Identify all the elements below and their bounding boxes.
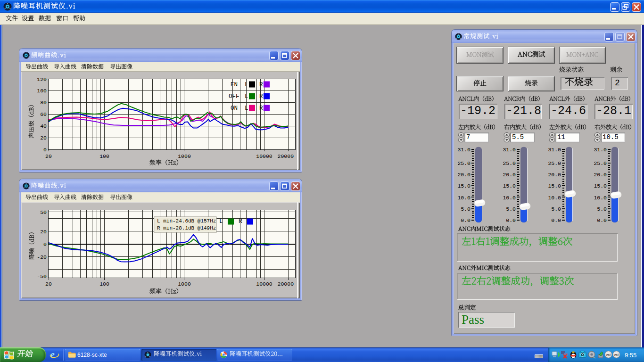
svg-text:L: L: [219, 218, 223, 225]
svg-text:100: 100: [99, 281, 109, 287]
svg-text:R: R: [259, 82, 263, 88]
svg-text:20: 20: [40, 135, 47, 141]
svg-text:L: L: [245, 82, 248, 88]
svg-text:R min-28.1dB @149Hz: R min-28.1dB @149Hz: [157, 225, 216, 231]
svg-text:5.0: 5.0: [461, 206, 471, 212]
svg-text:0.0: 0.0: [551, 217, 561, 223]
svg-text:L: L: [245, 93, 248, 100]
svg-text:25.0: 25.0: [548, 160, 561, 166]
svg-text:20.0: 20.0: [503, 172, 516, 178]
svg-text:15.0: 15.0: [457, 183, 471, 189]
svg-text:20.0: 20.0: [457, 172, 471, 178]
svg-text:0: 0: [43, 147, 47, 153]
svg-text:1000: 1000: [178, 281, 191, 287]
svg-text:0.0: 0.0: [506, 217, 516, 223]
svg-text:10.0: 10.0: [457, 195, 471, 201]
svg-text:L: L: [245, 105, 248, 112]
svg-text:10.0: 10.0: [548, 195, 561, 201]
svg-text:0.0: 0.0: [597, 217, 607, 223]
svg-text:15.0: 15.0: [594, 183, 607, 189]
svg-text:80: 80: [40, 99, 47, 106]
svg-text:0: 0: [43, 241, 47, 247]
svg-text:R: R: [259, 93, 263, 100]
svg-text:R: R: [259, 105, 263, 112]
svg-text:R: R: [239, 218, 242, 225]
svg-text:EN: EN: [231, 82, 238, 88]
svg-text:10000: 10000: [256, 281, 272, 287]
svg-text:-50: -50: [37, 273, 47, 280]
svg-text:ON: ON: [231, 105, 238, 112]
svg-text:10000: 10000: [256, 153, 272, 159]
svg-text:10.0: 10.0: [594, 195, 607, 201]
svg-text:1000: 1000: [178, 153, 191, 159]
svg-text:31.0: 31.0: [548, 147, 561, 153]
svg-text:100: 100: [37, 88, 47, 94]
svg-text:20000: 20000: [278, 153, 294, 159]
svg-text:50: 50: [40, 209, 47, 215]
svg-text:20.0: 20.0: [594, 172, 607, 178]
svg-text:-20: -20: [37, 254, 47, 260]
svg-text:40: 40: [40, 123, 47, 129]
svg-text:5.0: 5.0: [551, 206, 561, 212]
svg-text:e: e: [50, 350, 55, 360]
svg-text:OFF: OFF: [229, 93, 239, 100]
svg-text:60: 60: [40, 111, 47, 117]
svg-text:25.0: 25.0: [503, 160, 516, 166]
svg-text:31.0: 31.0: [503, 147, 516, 153]
svg-text:L min-24.6dB @157Hz: L min-24.6dB @157Hz: [157, 218, 216, 224]
svg-text:15.0: 15.0: [548, 183, 561, 189]
svg-text:0.0: 0.0: [461, 217, 471, 223]
svg-text:10.0: 10.0: [503, 195, 516, 201]
svg-text:est: est: [606, 353, 611, 357]
svg-text:120: 120: [37, 76, 47, 82]
svg-text:20: 20: [45, 153, 52, 159]
svg-text:est: est: [614, 353, 619, 357]
svg-text:20000: 20000: [278, 281, 294, 287]
svg-text:20: 20: [40, 229, 47, 235]
svg-text:15.0: 15.0: [503, 183, 516, 189]
svg-text:25.0: 25.0: [457, 160, 471, 166]
svg-text:5.0: 5.0: [597, 206, 607, 212]
svg-text:31.0: 31.0: [594, 147, 607, 153]
svg-text:25.0: 25.0: [594, 160, 607, 166]
svg-text:20.0: 20.0: [548, 172, 561, 178]
svg-text:20: 20: [45, 281, 52, 287]
svg-text:31.0: 31.0: [457, 147, 471, 153]
svg-text:5.0: 5.0: [506, 206, 516, 212]
svg-text:100: 100: [99, 153, 109, 159]
